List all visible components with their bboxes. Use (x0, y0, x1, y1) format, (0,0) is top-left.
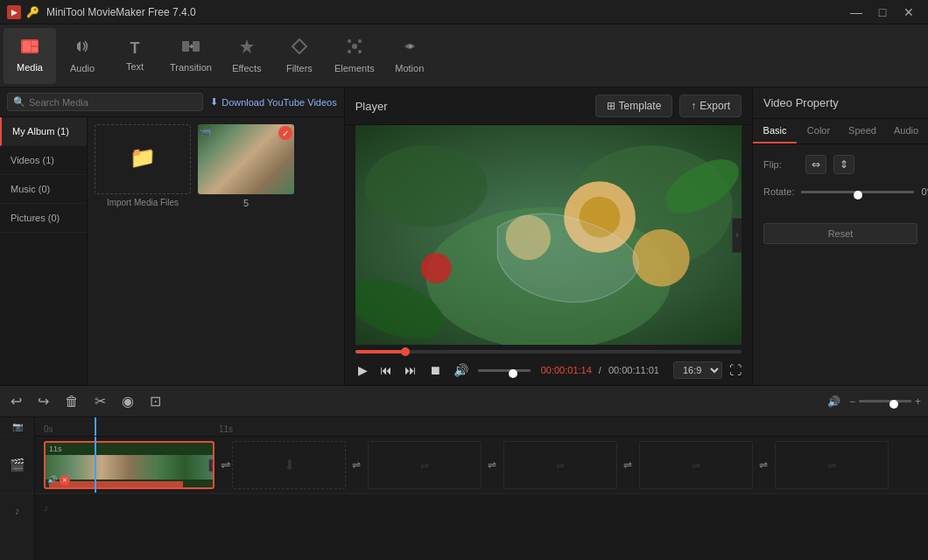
toolbar-item-motion[interactable]: Motion (383, 28, 436, 84)
maximize-button[interactable]: □ (870, 4, 895, 21)
progress-bar[interactable] (355, 350, 742, 354)
timeline-content: 📷 🎬 ♪ 0s 11s 11s (0, 417, 928, 560)
placeholder-download-icon: ⬇ (284, 457, 295, 473)
empty-clip-4[interactable]: ⇌ (639, 441, 753, 489)
stop-button[interactable]: ⏹ (426, 360, 444, 380)
svg-marker-7 (292, 39, 306, 53)
panel-content: My Album (1) Videos (1) Music (0) Pictur… (0, 117, 344, 385)
toolbar-item-filters[interactable]: Filters (273, 28, 326, 84)
sidebar-item-myalbum[interactable]: My Album (1) (0, 117, 87, 146)
panel-collapse-button[interactable]: › (732, 218, 742, 253)
volume-button[interactable]: 🔊 (451, 360, 471, 380)
filters-label: Filters (286, 63, 313, 74)
download-icon: ⬇ (210, 96, 218, 108)
property-tabs: Basic Color Speed Audio (753, 119, 928, 144)
placeholder-clip-1[interactable]: ⬇ (232, 441, 346, 489)
empty-clip-3[interactable]: ⇌ (503, 441, 617, 489)
toolbar-item-audio[interactable]: Audio (56, 28, 109, 84)
audio-detach-button[interactable]: ◉ (118, 389, 137, 413)
aspect-ratio-select[interactable]: 16:9 (673, 361, 722, 379)
import-media-box[interactable]: 📁 (95, 124, 191, 194)
toolbar-item-media[interactable]: Media (4, 28, 56, 84)
delete-button[interactable]: 🗑 (61, 390, 82, 413)
timeline-ruler: 0s 11s (35, 417, 928, 437)
flip-vertical-button[interactable]: ⇕ (833, 155, 854, 174)
play-button[interactable]: ▶ (355, 360, 370, 380)
player-title: Player (355, 100, 388, 113)
toolbar-item-transition[interactable]: Transition (161, 28, 221, 84)
progress-thumb (401, 347, 410, 356)
clip-drag-handle[interactable]: ⊢ (208, 458, 214, 472)
sidebar-item-pictures[interactable]: Pictures (0) (0, 204, 87, 233)
zoom-minus-icon: − (849, 396, 855, 408)
tab-speed[interactable]: Speed (840, 119, 884, 144)
template-button[interactable]: ⊞ Template (595, 94, 673, 117)
minimize-button[interactable]: — (844, 4, 868, 21)
media-sidebar: My Album (1) Videos (1) Music (0) Pictur… (0, 117, 88, 385)
sidebar-item-music[interactable]: Music (0) (0, 175, 87, 204)
crop-button[interactable]: ⊡ (146, 389, 165, 413)
folder-icon: 📁 (130, 145, 156, 170)
fullscreen-button[interactable]: ⛶ (729, 363, 742, 377)
transition-arrow-3: ⇌ (488, 458, 496, 471)
flip-row: Flip: ⇔ ⇕ (763, 155, 917, 174)
toolbar-item-elements[interactable]: Elements (326, 28, 383, 84)
clip-thumbnail (46, 455, 213, 480)
media-content: 📁 Import Media Files 📹 ✓ 5 (88, 117, 344, 385)
timeline-toolbar: ↩ ↪ 🗑 ✂ ◉ ⊡ 🔊 − + (0, 386, 928, 417)
tab-color[interactable]: Color (797, 119, 840, 144)
rotate-label: Rotate: (763, 186, 794, 197)
filters-icon (291, 38, 308, 60)
search-input[interactable] (29, 97, 197, 108)
elements-label: Elements (334, 63, 375, 74)
empty-slot-icon-3: ⇌ (692, 459, 700, 472)
media-thumbnail[interactable]: 📹 ✓ (198, 124, 294, 194)
video-property-title: Video Property (753, 88, 928, 119)
audio-wave-icon: ♪ (15, 505, 20, 517)
transition-arrow-5: ⇌ (759, 458, 768, 471)
undo-button[interactable]: ↩ (7, 389, 25, 413)
rotate-slider[interactable] (801, 191, 914, 193)
empty-clip-5[interactable]: ⇌ (775, 441, 889, 489)
effects-label: Effects (232, 63, 261, 74)
svg-marker-6 (240, 39, 254, 53)
tab-audio[interactable]: Audio (884, 119, 928, 144)
zoom-slider[interactable] (859, 400, 911, 402)
svg-point-19 (632, 229, 689, 286)
transition-icon (181, 38, 200, 59)
flip-horizontal-button[interactable]: ⇔ (805, 155, 826, 174)
redo-button[interactable]: ↪ (34, 389, 53, 413)
video-display (355, 125, 742, 345)
media-thumb-container: 📹 ✓ 5 (198, 124, 294, 208)
tab-basic[interactable]: Basic (753, 119, 797, 144)
prev-frame-button[interactable]: ⏮ (377, 360, 395, 380)
flip-label: Flip: (763, 159, 798, 170)
playhead-ruler (95, 417, 96, 436)
toolbar-item-effects[interactable]: Effects (221, 28, 273, 84)
track-left-panel: 📷 🎬 ♪ (0, 417, 35, 560)
search-box[interactable]: 🔍 (7, 93, 203, 111)
titlebar: ▶ 🔑 MiniTool MovieMaker Free 7.4.0 — □ ✕ (0, 0, 928, 24)
selected-badge: ✓ (278, 126, 292, 140)
music-note-icon: ♪ (44, 502, 49, 513)
video-track-icon: 🎬 (0, 437, 34, 494)
video-icon: 🎬 (10, 458, 25, 472)
video-clip-main[interactable]: 11s ⊢ 🔊 ✕ (44, 441, 214, 489)
toolbar-item-text[interactable]: T Text (109, 28, 161, 84)
volume-slider[interactable] (478, 369, 531, 372)
close-button[interactable]: ✕ (896, 4, 921, 21)
camera-track-icon: 📷 (12, 422, 23, 431)
property-basic-section: Flip: ⇔ ⇕ Rotate: 0° (753, 144, 928, 220)
toolbar: Media Audio T Text Transition Effects Fi… (0, 24, 928, 88)
svg-point-11 (348, 50, 351, 53)
transition-arrow-4: ⇌ (623, 458, 632, 471)
cut-button[interactable]: ✂ (91, 389, 109, 413)
sidebar-item-videos[interactable]: Videos (1) (0, 146, 87, 175)
app-icon: ▶ (7, 5, 21, 19)
next-frame-button[interactable]: ⏭ (402, 360, 419, 380)
audio-track-icon: ♪ (0, 494, 34, 528)
download-youtube-button[interactable]: ⬇ Download YouTube Videos (210, 96, 337, 108)
empty-clip-2[interactable]: ⇌ (368, 441, 482, 489)
export-button[interactable]: ↑ Export (679, 94, 742, 117)
reset-button[interactable]: Reset (763, 223, 917, 244)
